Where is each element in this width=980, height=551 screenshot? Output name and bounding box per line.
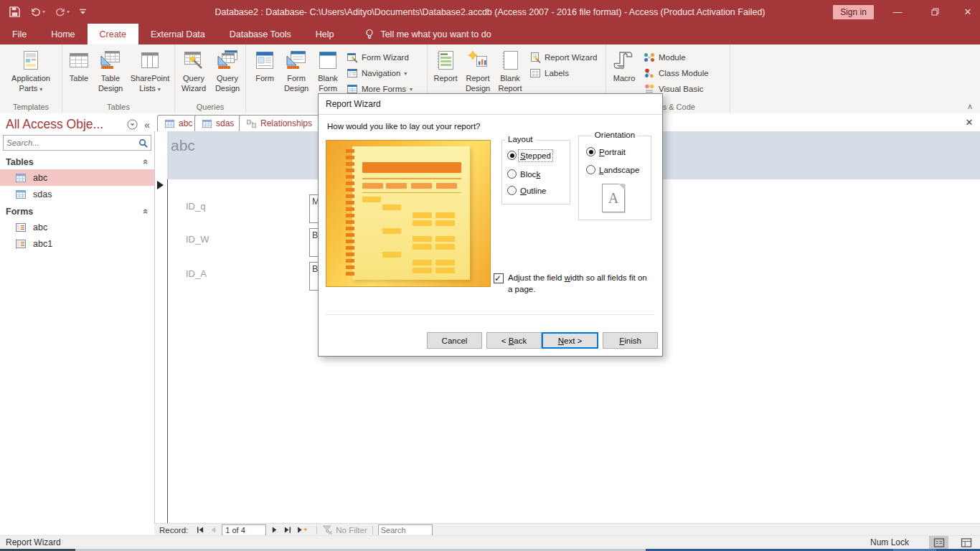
finish-button[interactable]: Finish <box>603 332 658 349</box>
shutter-close-icon[interactable]: « <box>144 119 150 131</box>
macro-button[interactable]: Macro <box>609 47 639 84</box>
next-button[interactable]: Next > <box>542 332 598 349</box>
dropdown-arrow: ▾ <box>410 86 413 93</box>
class-module-button[interactable]: Class Module <box>641 66 712 80</box>
form-design-button[interactable]: FormDesign <box>281 47 312 94</box>
tab-help[interactable]: Help <box>303 24 347 44</box>
radio-stepped[interactable]: Stepped <box>507 151 551 160</box>
tab-home[interactable]: Home <box>39 24 87 44</box>
form-view-button[interactable] <box>929 536 948 550</box>
orientation-groupbox: Orientation Portrait Landscape A <box>578 136 651 220</box>
back-button[interactable]: < Back <box>486 332 542 349</box>
nav-section-tables[interactable]: Tables « <box>0 153 154 169</box>
navigation-icon <box>347 67 358 79</box>
ribbon-tab-row: File Home Create External Data Database … <box>0 24 980 44</box>
undo-icon[interactable]: ▾ <box>30 7 45 17</box>
radio-block[interactable]: Block <box>507 169 540 179</box>
tab-external-data[interactable]: External Data <box>138 24 217 44</box>
tell-me-box[interactable]: Tell me what you want to do <box>364 24 491 44</box>
collapse-ribbon-icon[interactable]: ∧ <box>967 102 973 111</box>
search-icon[interactable] <box>136 138 151 149</box>
group-label-templates: Templates <box>0 103 62 111</box>
dropdown-arrow: ▾ <box>39 86 42 93</box>
status-text: Report Wizard <box>6 537 61 547</box>
radio-portrait[interactable]: Portrait <box>586 147 626 156</box>
query-wizard-icon <box>182 48 205 72</box>
nav-item-table-sdas[interactable]: sdas <box>0 186 154 202</box>
radio-landscape[interactable]: Landscape <box>586 165 639 174</box>
sign-in-button[interactable]: Sign in <box>833 5 874 19</box>
relationships-icon <box>246 118 257 129</box>
table-design-icon <box>99 48 122 72</box>
nav-search-box[interactable] <box>3 135 151 151</box>
redo-icon[interactable]: ▾ <box>55 7 70 17</box>
new-record-icon[interactable] <box>294 525 311 535</box>
doc-tab-relationships[interactable]: Relationships <box>239 115 319 131</box>
filter-status[interactable]: No Filter <box>322 525 367 534</box>
ribbon-group-templates: ApplicationParts ▾ Templates <box>0 44 62 113</box>
tab-database-tools[interactable]: Database Tools <box>217 24 303 44</box>
form-design-icon <box>285 48 308 72</box>
report-wizard-icon <box>529 52 541 63</box>
sharepoint-lists-icon <box>138 48 161 72</box>
table-icon <box>202 118 212 129</box>
table-design-button[interactable]: TableDesign <box>95 47 126 94</box>
nav-item-form-abc1[interactable]: abc1 <box>0 235 154 252</box>
design-view-button[interactable] <box>956 536 976 550</box>
report-wizard-button[interactable]: Report Wizard <box>527 50 600 65</box>
record-search-input[interactable] <box>378 524 433 536</box>
save-icon[interactable] <box>9 6 21 18</box>
application-parts-icon <box>19 48 42 72</box>
doc-tab-sdas[interactable]: sdas <box>194 115 241 131</box>
num-lock-indicator: Num Lock <box>870 537 909 547</box>
portrait-page-icon: A <box>602 184 625 212</box>
radio-outline[interactable]: Outline <box>507 186 546 195</box>
module-icon <box>644 52 655 63</box>
nav-search-input[interactable] <box>4 138 136 147</box>
nav-item-table-abc[interactable]: abc <box>0 169 154 186</box>
blank-form-button[interactable]: BlankForm <box>314 47 342 94</box>
form-wizard-icon <box>347 52 358 63</box>
record-position[interactable]: 1 of 4 <box>222 524 266 536</box>
blank-report-button[interactable]: BlankReport <box>495 47 525 94</box>
previous-record-icon[interactable] <box>207 525 220 535</box>
cancel-button[interactable]: Cancel <box>427 332 482 349</box>
close-button[interactable]: ✕ <box>956 0 980 24</box>
dialog-prompt: How would you like to lay out your repor… <box>327 122 481 131</box>
group-label-queries: Queries <box>175 103 245 111</box>
doc-tab-abc[interactable]: abc <box>157 115 199 131</box>
form-icon <box>253 48 276 72</box>
labels-button[interactable]: Labels <box>527 66 600 80</box>
form-title: abc <box>171 137 195 154</box>
form-wizard-button[interactable]: Form Wizard <box>344 50 415 65</box>
table-button[interactable]: Table <box>65 47 93 84</box>
module-button[interactable]: Module <box>641 50 712 65</box>
close-document-icon[interactable]: ✕ <box>963 116 976 128</box>
status-bar: Report Wizard Num Lock <box>0 535 980 549</box>
minimize-button[interactable]: — <box>885 0 910 24</box>
query-design-button[interactable]: QueryDesign <box>212 47 243 94</box>
nav-pane-menu-icon[interactable] <box>127 119 138 130</box>
report-button[interactable]: Report <box>430 47 461 84</box>
title-bar: ▾ ▾ Database2 : Database- C:\Users\Adity… <box>0 0 980 24</box>
filter-icon <box>322 525 333 534</box>
nav-section-forms[interactable]: Forms « <box>0 202 154 219</box>
tab-file[interactable]: File <box>0 24 39 44</box>
report-design-button[interactable]: ReportDesign <box>462 47 494 94</box>
sharepoint-lists-button[interactable]: SharePointLists ▾ <box>128 47 172 94</box>
navigation-button[interactable]: Navigation ▾ <box>344 66 415 80</box>
tab-create[interactable]: Create <box>88 24 139 44</box>
query-wizard-button[interactable]: QueryWizard <box>177 47 210 94</box>
restore-button[interactable] <box>923 0 947 24</box>
form-button[interactable]: Form <box>250 47 279 84</box>
record-navigation-bar: Record: 1 of 4 No Filter <box>154 523 980 536</box>
last-record-icon[interactable] <box>281 525 294 535</box>
first-record-icon[interactable] <box>194 525 207 535</box>
form-icon <box>15 222 27 233</box>
nav-item-form-abc[interactable]: abc <box>0 219 154 235</box>
next-record-icon[interactable] <box>268 525 281 535</box>
checkbox-icon <box>494 273 504 283</box>
application-parts-button[interactable]: ApplicationParts ▾ <box>6 47 56 94</box>
adjust-field-width-checkbox[interactable]: Adjust the field width so all fields fit… <box>494 273 650 295</box>
customize-qat-icon[interactable] <box>79 8 87 16</box>
